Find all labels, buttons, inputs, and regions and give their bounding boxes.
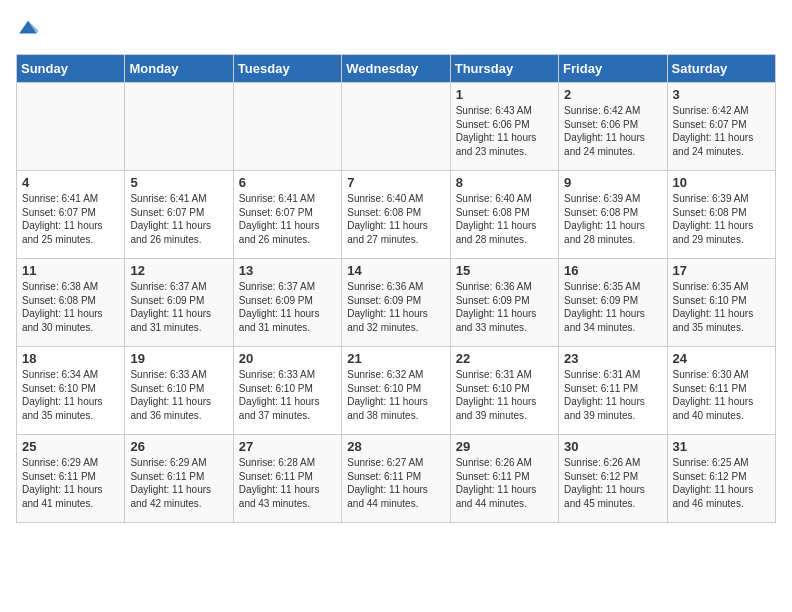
week-row-5: 25Sunrise: 6:29 AM Sunset: 6:11 PM Dayli… [17,435,776,523]
weekday-header-tuesday: Tuesday [233,55,341,83]
day-info: Sunrise: 6:25 AM Sunset: 6:12 PM Dayligh… [673,456,770,510]
day-number: 31 [673,439,770,454]
day-info: Sunrise: 6:31 AM Sunset: 6:11 PM Dayligh… [564,368,661,422]
day-number: 8 [456,175,553,190]
calendar-cell [17,83,125,171]
calendar-cell: 5Sunrise: 6:41 AM Sunset: 6:07 PM Daylig… [125,171,233,259]
calendar-cell: 14Sunrise: 6:36 AM Sunset: 6:09 PM Dayli… [342,259,450,347]
day-number: 14 [347,263,444,278]
calendar-cell: 11Sunrise: 6:38 AM Sunset: 6:08 PM Dayli… [17,259,125,347]
weekday-header-saturday: Saturday [667,55,775,83]
calendar-cell: 4Sunrise: 6:41 AM Sunset: 6:07 PM Daylig… [17,171,125,259]
day-info: Sunrise: 6:30 AM Sunset: 6:11 PM Dayligh… [673,368,770,422]
day-number: 3 [673,87,770,102]
day-number: 20 [239,351,336,366]
day-number: 12 [130,263,227,278]
day-number: 28 [347,439,444,454]
day-number: 5 [130,175,227,190]
calendar-cell: 23Sunrise: 6:31 AM Sunset: 6:11 PM Dayli… [559,347,667,435]
calendar-cell: 16Sunrise: 6:35 AM Sunset: 6:09 PM Dayli… [559,259,667,347]
day-number: 29 [456,439,553,454]
calendar-cell [125,83,233,171]
day-info: Sunrise: 6:38 AM Sunset: 6:08 PM Dayligh… [22,280,119,334]
day-number: 7 [347,175,444,190]
day-info: Sunrise: 6:35 AM Sunset: 6:09 PM Dayligh… [564,280,661,334]
day-number: 9 [564,175,661,190]
day-info: Sunrise: 6:37 AM Sunset: 6:09 PM Dayligh… [130,280,227,334]
calendar-cell: 18Sunrise: 6:34 AM Sunset: 6:10 PM Dayli… [17,347,125,435]
day-number: 21 [347,351,444,366]
day-info: Sunrise: 6:41 AM Sunset: 6:07 PM Dayligh… [22,192,119,246]
calendar-cell: 29Sunrise: 6:26 AM Sunset: 6:11 PM Dayli… [450,435,558,523]
logo [16,16,44,44]
day-info: Sunrise: 6:29 AM Sunset: 6:11 PM Dayligh… [130,456,227,510]
day-number: 11 [22,263,119,278]
day-number: 15 [456,263,553,278]
calendar-cell: 30Sunrise: 6:26 AM Sunset: 6:12 PM Dayli… [559,435,667,523]
calendar-cell: 20Sunrise: 6:33 AM Sunset: 6:10 PM Dayli… [233,347,341,435]
day-info: Sunrise: 6:41 AM Sunset: 6:07 PM Dayligh… [130,192,227,246]
day-number: 22 [456,351,553,366]
calendar-cell: 12Sunrise: 6:37 AM Sunset: 6:09 PM Dayli… [125,259,233,347]
day-number: 26 [130,439,227,454]
day-info: Sunrise: 6:39 AM Sunset: 6:08 PM Dayligh… [564,192,661,246]
calendar-cell: 17Sunrise: 6:35 AM Sunset: 6:10 PM Dayli… [667,259,775,347]
calendar-cell: 2Sunrise: 6:42 AM Sunset: 6:06 PM Daylig… [559,83,667,171]
calendar-cell: 3Sunrise: 6:42 AM Sunset: 6:07 PM Daylig… [667,83,775,171]
weekday-header-row: SundayMondayTuesdayWednesdayThursdayFrid… [17,55,776,83]
day-number: 19 [130,351,227,366]
day-number: 25 [22,439,119,454]
day-info: Sunrise: 6:33 AM Sunset: 6:10 PM Dayligh… [130,368,227,422]
day-number: 24 [673,351,770,366]
day-number: 18 [22,351,119,366]
day-number: 1 [456,87,553,102]
day-info: Sunrise: 6:41 AM Sunset: 6:07 PM Dayligh… [239,192,336,246]
week-row-4: 18Sunrise: 6:34 AM Sunset: 6:10 PM Dayli… [17,347,776,435]
day-info: Sunrise: 6:35 AM Sunset: 6:10 PM Dayligh… [673,280,770,334]
calendar-cell: 7Sunrise: 6:40 AM Sunset: 6:08 PM Daylig… [342,171,450,259]
week-row-1: 1Sunrise: 6:43 AM Sunset: 6:06 PM Daylig… [17,83,776,171]
calendar-cell: 6Sunrise: 6:41 AM Sunset: 6:07 PM Daylig… [233,171,341,259]
week-row-3: 11Sunrise: 6:38 AM Sunset: 6:08 PM Dayli… [17,259,776,347]
day-info: Sunrise: 6:42 AM Sunset: 6:07 PM Dayligh… [673,104,770,158]
weekday-header-sunday: Sunday [17,55,125,83]
calendar-cell: 27Sunrise: 6:28 AM Sunset: 6:11 PM Dayli… [233,435,341,523]
day-info: Sunrise: 6:37 AM Sunset: 6:09 PM Dayligh… [239,280,336,334]
calendar-cell [342,83,450,171]
day-number: 2 [564,87,661,102]
calendar-cell: 1Sunrise: 6:43 AM Sunset: 6:06 PM Daylig… [450,83,558,171]
weekday-header-monday: Monday [125,55,233,83]
calendar-cell [233,83,341,171]
weekday-header-thursday: Thursday [450,55,558,83]
day-info: Sunrise: 6:28 AM Sunset: 6:11 PM Dayligh… [239,456,336,510]
day-info: Sunrise: 6:40 AM Sunset: 6:08 PM Dayligh… [456,192,553,246]
page-header [16,16,776,44]
day-number: 30 [564,439,661,454]
day-info: Sunrise: 6:32 AM Sunset: 6:10 PM Dayligh… [347,368,444,422]
day-info: Sunrise: 6:42 AM Sunset: 6:06 PM Dayligh… [564,104,661,158]
day-info: Sunrise: 6:33 AM Sunset: 6:10 PM Dayligh… [239,368,336,422]
calendar-cell: 24Sunrise: 6:30 AM Sunset: 6:11 PM Dayli… [667,347,775,435]
week-row-2: 4Sunrise: 6:41 AM Sunset: 6:07 PM Daylig… [17,171,776,259]
day-info: Sunrise: 6:43 AM Sunset: 6:06 PM Dayligh… [456,104,553,158]
day-number: 23 [564,351,661,366]
calendar-cell: 25Sunrise: 6:29 AM Sunset: 6:11 PM Dayli… [17,435,125,523]
calendar-cell: 21Sunrise: 6:32 AM Sunset: 6:10 PM Dayli… [342,347,450,435]
calendar-cell: 9Sunrise: 6:39 AM Sunset: 6:08 PM Daylig… [559,171,667,259]
calendar-cell: 8Sunrise: 6:40 AM Sunset: 6:08 PM Daylig… [450,171,558,259]
day-info: Sunrise: 6:39 AM Sunset: 6:08 PM Dayligh… [673,192,770,246]
day-number: 4 [22,175,119,190]
day-info: Sunrise: 6:40 AM Sunset: 6:08 PM Dayligh… [347,192,444,246]
logo-mark [16,16,40,44]
calendar-cell: 15Sunrise: 6:36 AM Sunset: 6:09 PM Dayli… [450,259,558,347]
calendar-cell: 26Sunrise: 6:29 AM Sunset: 6:11 PM Dayli… [125,435,233,523]
day-info: Sunrise: 6:27 AM Sunset: 6:11 PM Dayligh… [347,456,444,510]
calendar-cell: 22Sunrise: 6:31 AM Sunset: 6:10 PM Dayli… [450,347,558,435]
calendar-cell: 31Sunrise: 6:25 AM Sunset: 6:12 PM Dayli… [667,435,775,523]
day-info: Sunrise: 6:36 AM Sunset: 6:09 PM Dayligh… [456,280,553,334]
calendar-cell: 13Sunrise: 6:37 AM Sunset: 6:09 PM Dayli… [233,259,341,347]
calendar-table: SundayMondayTuesdayWednesdayThursdayFrid… [16,54,776,523]
day-number: 13 [239,263,336,278]
weekday-header-wednesday: Wednesday [342,55,450,83]
day-info: Sunrise: 6:29 AM Sunset: 6:11 PM Dayligh… [22,456,119,510]
